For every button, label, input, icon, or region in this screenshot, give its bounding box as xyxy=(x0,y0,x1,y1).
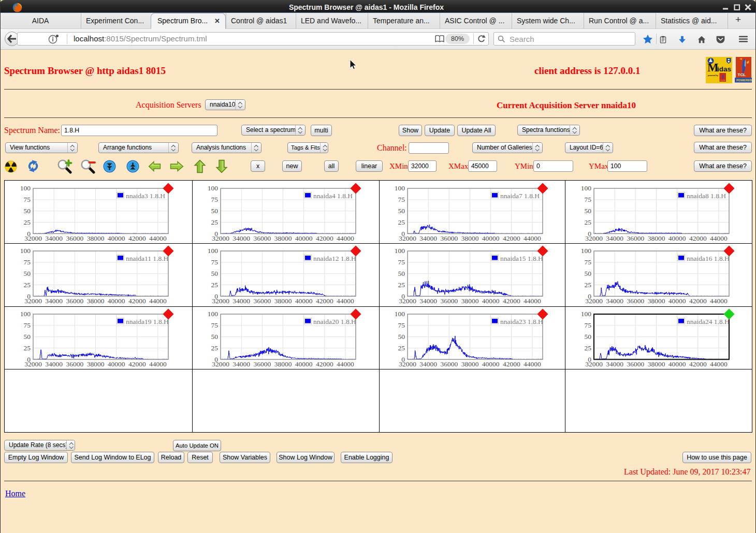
svg-text:44000: 44000 xyxy=(149,360,167,368)
svg-text:25: 25 xyxy=(398,281,405,289)
svg-text:38000: 38000 xyxy=(87,297,105,305)
svg-text:34000: 34000 xyxy=(419,297,437,305)
svg-text:44000: 44000 xyxy=(710,360,728,368)
svg-text:50: 50 xyxy=(24,270,31,277)
svg-text:nnaida23 1.8.H: nnaida23 1.8.H xyxy=(500,318,543,325)
svg-text:nnaida24 1.8.H: nnaida24 1.8.H xyxy=(687,318,730,325)
svg-text:42000: 42000 xyxy=(128,297,146,305)
svg-text:75: 75 xyxy=(584,321,591,329)
svg-text:42000: 42000 xyxy=(316,360,333,368)
svg-text:100: 100 xyxy=(580,184,591,192)
svg-text:42000: 42000 xyxy=(503,297,520,305)
svg-text:38000: 38000 xyxy=(647,297,665,305)
svg-text:100: 100 xyxy=(208,310,219,318)
svg-text:34000: 34000 xyxy=(232,297,250,305)
svg-text:36000: 36000 xyxy=(440,360,458,368)
svg-text:nnaida4 1.8.H: nnaida4 1.8.H xyxy=(313,192,353,200)
svg-text:34000: 34000 xyxy=(606,234,623,242)
svg-text:38000: 38000 xyxy=(274,234,292,242)
svg-text:34000: 34000 xyxy=(45,360,63,368)
svg-text:100: 100 xyxy=(395,310,405,318)
svg-text:75: 75 xyxy=(398,196,405,203)
svg-text:36000: 36000 xyxy=(253,297,271,305)
svg-text:40000: 40000 xyxy=(482,297,500,305)
svg-text:25: 25 xyxy=(211,344,219,352)
svg-text:25: 25 xyxy=(584,281,591,289)
svg-text:34000: 34000 xyxy=(232,234,250,242)
svg-text:75: 75 xyxy=(24,321,31,329)
svg-text:40000: 40000 xyxy=(295,297,313,305)
svg-text:50: 50 xyxy=(584,333,591,340)
svg-text:44000: 44000 xyxy=(524,234,541,242)
svg-text:100: 100 xyxy=(580,310,591,318)
svg-text:75: 75 xyxy=(211,258,219,266)
svg-text:42000: 42000 xyxy=(128,360,146,368)
svg-text:nnaida3 1.8.H: nnaida3 1.8.H xyxy=(126,192,165,200)
svg-text:100: 100 xyxy=(395,247,405,255)
svg-text:40000: 40000 xyxy=(482,360,500,368)
svg-text:50: 50 xyxy=(398,207,405,215)
svg-text:42000: 42000 xyxy=(316,234,333,242)
svg-text:50: 50 xyxy=(211,270,219,277)
svg-text:nnaida11 1.8.H: nnaida11 1.8.H xyxy=(126,255,169,262)
svg-text:nnaida8 1.8.H: nnaida8 1.8.H xyxy=(687,192,726,200)
svg-text:40000: 40000 xyxy=(668,234,686,242)
svg-text:42000: 42000 xyxy=(689,234,706,242)
svg-text:32000: 32000 xyxy=(24,360,42,368)
svg-text:34000: 34000 xyxy=(419,234,437,242)
svg-text:50: 50 xyxy=(584,207,591,215)
svg-text:34000: 34000 xyxy=(45,234,63,242)
svg-text:25: 25 xyxy=(584,218,591,226)
svg-text:38000: 38000 xyxy=(461,234,479,242)
svg-text:100: 100 xyxy=(208,184,219,192)
svg-text:75: 75 xyxy=(24,258,31,266)
svg-text:32000: 32000 xyxy=(585,297,603,305)
svg-text:44000: 44000 xyxy=(149,234,167,242)
svg-text:TCL/TK: TCL/TK xyxy=(720,80,725,82)
svg-text:32000: 32000 xyxy=(24,297,42,305)
svg-text:36000: 36000 xyxy=(440,297,458,305)
svg-text:34000: 34000 xyxy=(45,297,63,305)
svg-text:100: 100 xyxy=(208,247,219,255)
svg-text:32000: 32000 xyxy=(24,234,42,242)
svg-text:100: 100 xyxy=(580,247,591,255)
svg-text:36000: 36000 xyxy=(66,360,83,368)
svg-text:44000: 44000 xyxy=(524,360,541,368)
svg-text:50: 50 xyxy=(24,333,31,340)
svg-text:50: 50 xyxy=(211,207,219,215)
svg-text:idas: idas xyxy=(717,65,731,73)
svg-text:40000: 40000 xyxy=(108,297,125,305)
svg-text:32000: 32000 xyxy=(399,360,416,368)
svg-text:36000: 36000 xyxy=(66,297,83,305)
svg-text:44000: 44000 xyxy=(710,234,728,242)
svg-text:50: 50 xyxy=(584,270,591,277)
svg-text:nnaida7 1.8.H: nnaida7 1.8.H xyxy=(500,192,540,200)
svg-text:32000: 32000 xyxy=(399,297,416,305)
svg-text:75: 75 xyxy=(398,321,405,329)
svg-text:50: 50 xyxy=(211,333,219,340)
svg-text:44000: 44000 xyxy=(337,297,354,305)
svg-text:100: 100 xyxy=(20,247,31,255)
svg-text:100: 100 xyxy=(395,184,405,192)
svg-text:POWERED: POWERED xyxy=(736,79,752,82)
svg-text:36000: 36000 xyxy=(253,234,271,242)
svg-text:36000: 36000 xyxy=(627,297,644,305)
svg-text:32000: 32000 xyxy=(585,234,603,242)
svg-text:powered by: powered by xyxy=(708,75,718,77)
svg-text:100: 100 xyxy=(20,184,31,192)
svg-text:42000: 42000 xyxy=(689,360,706,368)
svg-text:50: 50 xyxy=(398,270,405,277)
svg-text:36000: 36000 xyxy=(66,234,83,242)
svg-text:75: 75 xyxy=(398,258,405,266)
svg-text:38000: 38000 xyxy=(461,360,479,368)
svg-text:nnaida16 1.8.H: nnaida16 1.8.H xyxy=(687,255,730,262)
svg-text:32000: 32000 xyxy=(585,360,603,368)
svg-text:34000: 34000 xyxy=(419,360,437,368)
svg-text:36000: 36000 xyxy=(627,360,644,368)
svg-text:38000: 38000 xyxy=(87,360,105,368)
svg-text:38000: 38000 xyxy=(274,360,292,368)
svg-text:25: 25 xyxy=(211,281,219,289)
svg-text:75: 75 xyxy=(584,258,591,266)
svg-text:38000: 38000 xyxy=(461,297,479,305)
svg-text:42000: 42000 xyxy=(689,297,706,305)
